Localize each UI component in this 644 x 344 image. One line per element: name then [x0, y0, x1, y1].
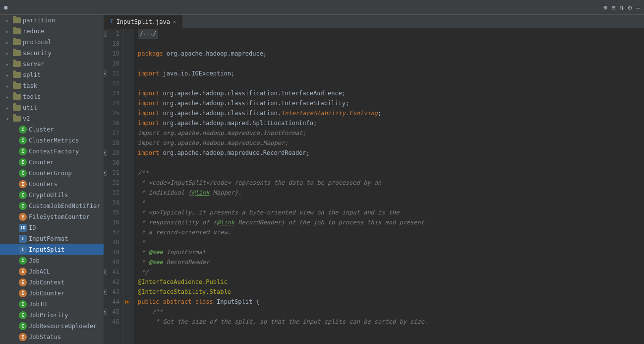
sidebar-item-reduce[interactable]: ▸reduce — [0, 26, 104, 37]
sidebar-item-counters[interactable]: ECounters — [0, 179, 104, 190]
breakpoint-44[interactable]: ⊳ — [125, 298, 129, 306]
gutter-line-24 — [124, 98, 134, 108]
sidebar-label-InputSplit: InputSplit — [29, 246, 64, 253]
sidebar-item-jobcounter[interactable]: EJobCounter — [0, 288, 104, 299]
sidebar-item-job[interactable]: CJob — [0, 255, 104, 266]
class-icon-JobID: C — [19, 300, 27, 308]
folder-arrow-server: ▸ — [6, 62, 13, 67]
gutter-line-21 — [124, 69, 134, 78]
fold-icon-29[interactable]: ▾ — [104, 150, 107, 156]
sidebar-item-jobcontext[interactable]: EJobContext — [0, 277, 104, 288]
line-num-34: 34 — [108, 198, 119, 207]
folder-icon-protocol — [13, 39, 21, 45]
fold-icon-41[interactable]: ▾ — [104, 269, 107, 275]
fold-icon-45[interactable]: ▾ — [104, 309, 107, 315]
folder-icon-util — [13, 105, 21, 111]
sidebar-label-split: split — [23, 71, 41, 78]
class-icon-Counters: E — [19, 180, 27, 188]
sidebar-item-filesystemcounter[interactable]: EFileSystemCounter — [0, 211, 104, 222]
sidebar-item-jobpriority[interactable]: CJobPriority — [0, 310, 104, 321]
sidebar-item-customjobendnotifier[interactable]: CCustomJobEndNotifier — [0, 201, 104, 211]
code-line-31: /** — [138, 168, 640, 178]
sidebar-item-clustermetrics[interactable]: CClusterMetrics — [0, 135, 104, 146]
code-line-36: * responsibility of {@link RecordReader}… — [138, 217, 640, 227]
line-numbers: ▸1181920▾2122232425262728▾2930▾313233343… — [104, 29, 124, 344]
code-line-43: @InterfaceStability.Stable — [138, 287, 640, 297]
sidebar-item-countergroup[interactable]: CCounterGroup — [0, 168, 104, 179]
editor: I InputSplit.java ✕ ▸1181920▾21222324252… — [104, 15, 644, 344]
fold-icon-21[interactable]: ▾ — [104, 70, 107, 76]
line-num-46: 46 — [108, 317, 119, 327]
line-num-40: 40 — [108, 257, 119, 267]
sidebar-item-tools[interactable]: ▸tools — [0, 91, 104, 102]
folder-arrow-tools: ▸ — [6, 94, 13, 100]
line-num-23: 23 — [108, 88, 119, 98]
line-num-32: 32 — [108, 178, 119, 188]
tab-inputsplit[interactable]: I InputSplit.java ✕ — [104, 15, 182, 28]
sidebar-item-id[interactable]: IOID — [0, 222, 104, 233]
class-icon-InputFormat: I — [19, 235, 27, 243]
globe-icon[interactable]: ⊕ — [603, 3, 607, 11]
gutter-line-46 — [124, 317, 134, 327]
sidebar-label-CryptoUtils: CryptoUtils — [29, 192, 68, 199]
fold-icon-43[interactable]: ▾ — [104, 289, 107, 295]
sidebar-item-util[interactable]: ▸util — [0, 102, 104, 113]
line-num-26: 26 — [108, 118, 119, 128]
sort-icon[interactable]: ⇅ — [620, 3, 624, 11]
sidebar-label-v2: v2 — [23, 115, 30, 122]
sidebar[interactable]: ▸partition▸reduce▸protocol▸security▸serv… — [0, 15, 104, 344]
class-icon-CryptoUtils: C — [19, 191, 27, 199]
sidebar-item-cluster[interactable]: CCluster — [0, 124, 104, 135]
sidebar-item-partition[interactable]: ▸partition — [0, 15, 104, 26]
settings-icon[interactable]: ⚙ — [628, 3, 632, 11]
title-bar-left: ◼ — [4, 3, 12, 11]
sidebar-label-reduce: reduce — [23, 28, 44, 35]
tab-close-button[interactable]: ✕ — [173, 19, 176, 24]
line-num-41: ▾41 — [108, 267, 119, 277]
gutter-line-31 — [124, 168, 134, 178]
class-icon-Counter: I — [19, 158, 27, 166]
sidebar-item-jobid[interactable]: CJobID — [0, 299, 104, 310]
class-icon-CustomJobEndNotifier: C — [19, 202, 27, 210]
list-icon[interactable]: ≡ — [611, 3, 615, 11]
sidebar-item-jobstatus[interactable]: EJobStatus — [0, 332, 104, 343]
sidebar-item-counter[interactable]: ICounter — [0, 157, 104, 168]
sidebar-label-InputFormat: InputFormat — [29, 235, 68, 242]
class-icon-JobCounter: E — [19, 289, 27, 297]
sidebar-item-inputsplit[interactable]: IInputSplit — [0, 244, 104, 255]
fold-icon-31[interactable]: ▾ — [104, 170, 107, 176]
sidebar-item-server[interactable]: ▸server — [0, 59, 104, 69]
code-line-41: */ — [138, 267, 640, 277]
sidebar-item-jobresourceuploader[interactable]: CJobResourceUploader — [0, 321, 104, 332]
folder-icon-split — [13, 72, 21, 78]
sidebar-item-security[interactable]: ▸security — [0, 48, 104, 59]
minimize-icon[interactable]: — — [636, 3, 640, 11]
gutter-line-39 — [124, 247, 134, 257]
line-num-24: 24 — [108, 98, 119, 108]
sidebar-label-JobStatus: JobStatus — [29, 334, 61, 341]
sidebar-item-cryptoutils[interactable]: CCryptoUtils — [0, 190, 104, 201]
gutter-line-41 — [124, 267, 134, 277]
sidebar-item-task[interactable]: ▸task — [0, 80, 104, 91]
sidebar-item-v2[interactable]: ▾v2 — [0, 113, 104, 124]
sidebar-item-protocol[interactable]: ▸protocol — [0, 37, 104, 48]
line-num-18: 18 — [108, 39, 119, 49]
gutter-line-19 — [124, 49, 134, 59]
sidebar-label-ID: ID — [29, 224, 36, 231]
line-num-25: 25 — [108, 108, 119, 118]
line-num-33: 33 — [108, 188, 119, 198]
sidebar-item-inputformat[interactable]: IInputFormat — [0, 233, 104, 244]
folder-arrow-util: ▸ — [6, 105, 13, 111]
sidebar-item-contextfactory[interactable]: CContextFactory — [0, 146, 104, 157]
fold-icon-1[interactable]: ▸ — [104, 31, 107, 37]
code-content[interactable]: /.../package org.apache.hadoop.mapreduce… — [134, 29, 644, 344]
sidebar-item-jobacl[interactable]: EJobACL — [0, 266, 104, 277]
sidebar-label-Job: Job — [29, 257, 40, 264]
line-num-22: 22 — [108, 78, 119, 88]
code-line-34: * — [138, 198, 640, 207]
sidebar-label-JobCounter: JobCounter — [29, 290, 64, 297]
sidebar-item-split[interactable]: ▸split — [0, 69, 104, 80]
line-num-31: ▾31 — [108, 168, 119, 178]
code-line-40: * @see RecordReader — [138, 257, 640, 267]
class-icon-InputSplit: I — [19, 246, 27, 254]
